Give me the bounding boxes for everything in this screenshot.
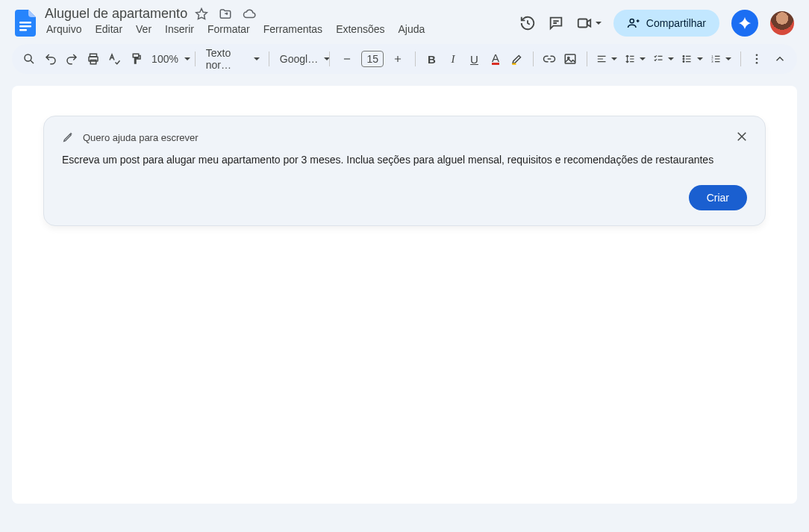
- comments-icon[interactable]: [548, 15, 564, 31]
- star-icon[interactable]: [195, 7, 208, 21]
- svg-rect-0: [19, 22, 31, 24]
- bold-icon[interactable]: B: [422, 48, 442, 70]
- toolbar: 100% Texto nor… Googl… 15 B I U A 123: [12, 44, 797, 74]
- font-size-control: 15: [336, 48, 409, 70]
- bullet-list-dropdown[interactable]: [678, 52, 705, 66]
- line-spacing-dropdown[interactable]: [622, 52, 649, 66]
- svg-point-13: [684, 61, 685, 63]
- undo-icon[interactable]: [41, 48, 61, 70]
- prompt-header: Quero ajuda para escrever: [62, 131, 747, 143]
- menu-editar[interactable]: Editar: [95, 23, 122, 35]
- svg-rect-1: [19, 25, 31, 28]
- help-me-write-card: Quero ajuda para escrever Escreva um pos…: [43, 116, 766, 226]
- insert-image-icon[interactable]: [560, 48, 581, 70]
- svg-text:3: 3: [711, 60, 713, 63]
- cloud-status-icon[interactable]: [243, 7, 256, 21]
- prompt-header-label: Quero ajuda para escrever: [83, 132, 199, 143]
- menu-ferramentas[interactable]: Ferramentas: [263, 23, 322, 35]
- svg-point-12: [684, 58, 685, 60]
- font-dropdown[interactable]: Googl…: [275, 53, 324, 65]
- more-options-icon[interactable]: [747, 48, 767, 70]
- insert-link-icon[interactable]: [540, 48, 560, 70]
- italic-icon[interactable]: I: [443, 48, 463, 70]
- redo-icon[interactable]: [62, 48, 82, 70]
- history-icon[interactable]: [519, 15, 536, 31]
- menu-ver[interactable]: Ver: [136, 23, 152, 35]
- menu-formatar[interactable]: Formatar: [207, 23, 250, 35]
- spellcheck-icon[interactable]: [104, 48, 125, 70]
- font-size-decrease[interactable]: [336, 48, 358, 70]
- svg-rect-3: [578, 19, 587, 27]
- create-button[interactable]: Criar: [689, 185, 747, 210]
- checklist-dropdown[interactable]: [650, 52, 677, 66]
- close-icon[interactable]: [735, 130, 749, 143]
- menu-inserir[interactable]: Inserir: [165, 23, 194, 35]
- document-title[interactable]: Aluguel de apartamento: [45, 6, 187, 22]
- svg-point-11: [684, 56, 685, 57]
- meet-icon[interactable]: [576, 15, 602, 31]
- docs-logo[interactable]: [12, 10, 39, 37]
- underline-icon[interactable]: U: [464, 48, 484, 70]
- paint-format-icon[interactable]: [126, 48, 146, 70]
- text-color-icon[interactable]: A: [486, 48, 506, 70]
- numbered-list-dropdown[interactable]: 123: [708, 52, 734, 66]
- highlight-icon[interactable]: [507, 48, 527, 70]
- svg-point-18: [756, 58, 758, 60]
- svg-rect-2: [19, 29, 27, 31]
- svg-point-19: [756, 62, 758, 64]
- svg-point-5: [25, 54, 31, 61]
- menubar: Arquivo Editar Ver Inserir Formatar Ferr…: [45, 23, 513, 40]
- search-icon[interactable]: [19, 48, 40, 70]
- menu-ajuda[interactable]: Ajuda: [399, 23, 425, 35]
- share-button[interactable]: Compartilhar: [613, 10, 719, 37]
- title-area: Aluguel de apartamento Arquivo Editar Ve…: [45, 6, 513, 40]
- title-actions: Compartilhar: [519, 10, 797, 37]
- collapse-toolbar-icon[interactable]: [769, 48, 790, 70]
- document-page: Quero ajuda para escrever Escreva um pos…: [12, 86, 797, 504]
- account-avatar[interactable]: [770, 11, 794, 35]
- zoom-dropdown[interactable]: 100%: [147, 53, 189, 65]
- move-folder-icon[interactable]: [219, 7, 232, 21]
- print-icon[interactable]: [84, 48, 104, 70]
- menu-arquivo[interactable]: Arquivo: [46, 23, 81, 35]
- pencil-spark-icon: [62, 131, 74, 143]
- font-size-input[interactable]: 15: [361, 51, 384, 67]
- prompt-text[interactable]: Escreva um post para alugar meu apartame…: [62, 152, 747, 167]
- svg-point-17: [756, 54, 758, 56]
- doc-title-row: Aluguel de apartamento: [45, 6, 513, 22]
- styles-dropdown[interactable]: Texto nor…: [202, 47, 263, 71]
- share-label: Compartilhar: [646, 17, 706, 29]
- align-dropdown[interactable]: [593, 52, 620, 66]
- menu-extensoes[interactable]: Extensões: [336, 23, 384, 35]
- titlebar: Aluguel de apartamento Arquivo Editar Ve…: [0, 0, 809, 40]
- svg-rect-9: [566, 54, 576, 63]
- font-value: Googl…: [278, 53, 319, 65]
- zoom-value: 100%: [150, 53, 180, 65]
- svg-point-4: [630, 19, 634, 22]
- styles-value: Texto nor…: [204, 47, 249, 71]
- gemini-button[interactable]: [731, 10, 758, 37]
- font-size-increase[interactable]: [387, 48, 409, 70]
